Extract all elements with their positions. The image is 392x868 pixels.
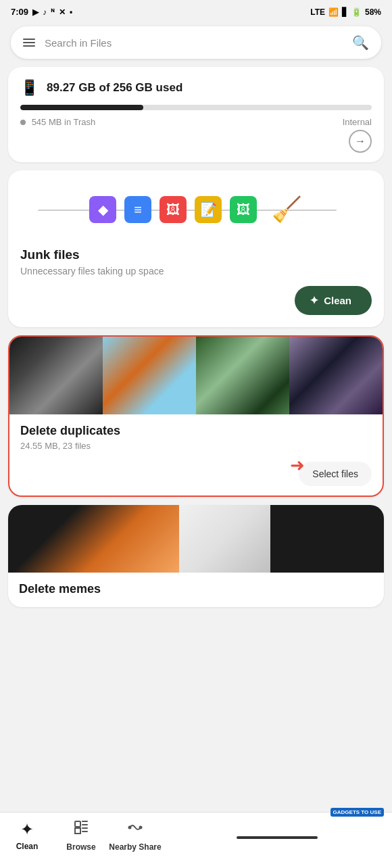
junk-description: Unnecessary files taking up space [20,266,372,276]
lte-icon: LTE [310,7,325,17]
file-icon-1: ◆ [89,196,116,223]
broom-icon: 🧹 [266,189,307,230]
home-indicator [237,836,318,839]
youtube-music-icon: ♪ [43,7,47,17]
battery-percent: 58% [365,7,381,17]
nav-item-browse[interactable]: Browse [54,819,108,852]
duplicate-info: Delete duplicates 24.55 MB, 23 files [9,414,383,455]
svg-rect-0 [75,821,80,827]
menu-icon[interactable] [23,39,35,47]
bottom-nav: ✦ Clean Browse Nearby Share [0,812,392,868]
meme-thumb-1 [8,505,179,573]
storage-arrow-row: → [20,130,372,153]
wifi-icon: 📶 [328,7,339,17]
duplicate-images-row [9,337,383,414]
meme-thumb-2 [179,505,270,573]
file-icon-4: 📝 [195,196,222,223]
nearby-nav-label: Nearby Share [109,842,161,852]
search-placeholder[interactable]: Search in Files [45,37,112,49]
duplicate-thumb-2 [103,337,196,414]
storage-navigate-button[interactable]: → [349,130,372,153]
sparkle-icon: ✦ [310,294,318,307]
watermark: GADGETS TO USE [330,808,384,817]
trash-dot-icon [20,120,26,125]
meme-images-row [8,505,384,573]
device-icon: 📱 [20,79,39,97]
junk-title: Junk files [20,247,372,262]
status-left: 7:09 ▶ ♪ ᴺ ✕ • [11,7,72,17]
file-icon-2: ≡ [124,196,151,223]
browse-nav-icon [73,819,89,840]
meme-title: Delete memes [19,582,373,596]
duplicate-thumb-3 [196,337,289,414]
junk-illustration: ◆ ≡ 🖼 📝 🖼 🧹 [20,189,372,230]
svg-point-2 [140,827,142,829]
meme-info: Delete memes [8,573,384,607]
search-input-wrap[interactable]: Search in Files 🔍 [11,26,381,59]
signal-icon: ▋ [342,7,348,17]
battery-icon: 🔋 [351,7,362,17]
clean-nav-icon: ✦ [20,820,34,839]
search-left: Search in Files [23,37,112,49]
delete-memes-card: Delete memes [8,505,384,607]
red-arrow-indicator: ➜ [290,455,305,476]
dot-icon: • [70,7,72,17]
duplicate-thumb-1 [9,337,103,414]
storage-progress-fill [20,105,143,110]
storage-header: 📱 89.27 GB of 256 GB used [20,79,372,97]
select-files-button[interactable]: Select files [299,462,372,486]
twitter-icon: ✕ [59,7,66,17]
duplicate-thumb-4 [289,337,383,414]
time: 7:09 [11,7,28,17]
nfc-icon: ᴺ [51,7,55,17]
storage-text: 89.27 GB of 256 GB used [47,81,182,95]
status-right: LTE 📶 ▋ 🔋 58% [310,7,381,17]
duplicate-title: Delete duplicates [20,424,372,438]
storage-card: 📱 89.27 GB of 256 GB used 545 MB in Tras… [8,67,384,162]
clean-button-label: Clean [324,295,351,306]
storage-footer: 545 MB in Trash Internal [20,117,372,127]
search-bar-container: Search in Files 🔍 [0,21,392,67]
meme-thumb-3 [270,505,384,573]
file-icon-5: 🖼 [230,196,257,223]
clean-button[interactable]: ✦ Clean [295,286,372,315]
status-bar: 7:09 ▶ ♪ ᴺ ✕ • LTE 📶 ▋ 🔋 58% [0,0,392,21]
search-icon[interactable]: 🔍 [352,34,369,51]
junk-icons-row: ◆ ≡ 🖼 📝 🖼 🧹 [20,183,372,237]
trash-info: 545 MB in Trash [20,117,95,127]
nearby-nav-icon [127,819,143,840]
clean-nav-label: Clean [16,842,39,851]
duplicate-footer: ➜ Select files [9,455,383,496]
delete-duplicates-card: Delete duplicates 24.55 MB, 23 files ➜ S… [8,335,384,497]
storage-location: Internal [343,117,372,127]
browse-nav-label: Browse [66,842,95,852]
nav-item-clean[interactable]: ✦ Clean [0,820,54,851]
svg-point-1 [129,827,131,829]
junk-files-card: ◆ ≡ 🖼 📝 🖼 🧹 Junk files Unnecessary files… [8,170,384,327]
duplicate-size: 24.55 MB, 23 files [20,441,372,451]
storage-progress-bar [20,105,372,110]
nav-item-nearby[interactable]: Nearby Share [108,819,162,852]
red-arrow-icon: ➜ [290,455,305,475]
youtube-icon: ▶ [32,7,39,17]
file-icon-3: 🖼 [160,196,187,223]
